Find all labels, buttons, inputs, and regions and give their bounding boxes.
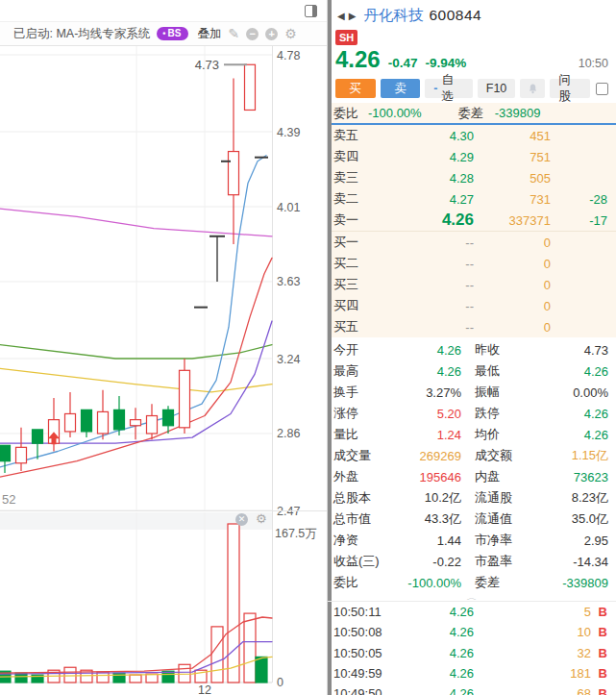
volume-bar-up [228, 524, 239, 683]
volume-zero-label: 0 [277, 676, 283, 689]
stat-label: 换手 [333, 384, 395, 401]
level-price: 4.26 [378, 211, 474, 230]
level-volume: 731 [474, 192, 551, 207]
stat-value: 1.24 [395, 428, 461, 442]
buy-button[interactable]: 买 [335, 79, 376, 98]
candle-up [65, 413, 76, 431]
level-price: 4.27 [378, 192, 474, 207]
close-icon[interactable]: ✕ [235, 513, 248, 526]
next-stock-icon[interactable]: ▶ [347, 11, 358, 21]
stat-label: 成交额 [475, 447, 534, 464]
stat-value: 35.0亿 [534, 510, 608, 528]
tick-volume: 32 [474, 646, 591, 660]
level-volume: 337371 [474, 213, 551, 228]
stat-label: 内盘 [475, 468, 534, 485]
stat-label: 量比 [333, 426, 395, 443]
volume-chart[interactable]: 167.5万012 [0, 510, 328, 695]
watchlist-button[interactable]: -自选 [425, 79, 472, 98]
stat-value: 1.15亿 [534, 447, 608, 464]
buy-level-row[interactable]: 买三--0 [328, 274, 616, 295]
level-price: 4.28 [378, 171, 474, 186]
stat-value: 1.44 [395, 534, 461, 548]
candle-down [33, 430, 43, 443]
level-volume: 0 [474, 236, 551, 250]
level-label: 买四 [333, 297, 378, 314]
tick-row: 10:49:504.2668B [328, 683, 616, 695]
candle-up [16, 447, 27, 462]
volume-pane-controls: ✕ ⚙ [0, 510, 328, 530]
tick-direction: B [591, 605, 616, 619]
sell-level-row[interactable]: 卖四4.29751 [328, 146, 616, 167]
gear-icon[interactable]: ⚙ [284, 27, 297, 40]
quote-panel: ◀ ▶ 丹化科技 600844 SH 4.26 -0.47 -9.94% 10:… [328, 0, 616, 695]
sell-level-row[interactable]: 卖一4.26337371-17 [328, 210, 616, 231]
stock-app-window: 已启动: MA-均线专家系统 •BS 叠加 ✎ − + ⚙ 4.784.394.… [0, 0, 616, 695]
collapse-chevron-icon[interactable]: ︿ [467, 595, 478, 600]
stock-name[interactable]: 丹化科技 [363, 6, 423, 26]
stat-row: 总市值43.3亿流通值35.0亿 [328, 509, 616, 530]
stat-label: 收益(三) [333, 553, 395, 570]
stat-value: 195646 [395, 470, 461, 484]
stat-value: 4.26 [395, 343, 461, 358]
buy-level-row[interactable]: 买五--0 [328, 316, 616, 337]
buy-level-row[interactable]: 买一--0 [328, 232, 616, 253]
overlay-button[interactable]: 叠加 [197, 26, 221, 42]
stat-value: 43.3亿 [395, 510, 461, 528]
stat-label: 净资 [333, 532, 395, 549]
tick-volume: 181 [474, 666, 591, 681]
stat-label: 市盈率 [475, 553, 534, 570]
price-axis-label: 4.01 [277, 201, 300, 214]
level-volume: 0 [474, 299, 551, 313]
tick-row: 10:50:114.265B [328, 602, 616, 622]
indicator-toolbar: 已启动: MA-均线专家系统 •BS 叠加 ✎ − + ⚙ [0, 22, 327, 46]
sell-level-row[interactable]: 卖五4.30451 [328, 125, 616, 146]
stat-row: 净资1.44市净率2.95 [328, 530, 616, 551]
stat-value: 5.20 [395, 407, 461, 421]
tick-row: 10:50:054.2632B [328, 643, 616, 663]
stat-label: 总市值 [333, 510, 395, 528]
prev-close-label: 4.73 [195, 58, 219, 72]
price-axis-label: 3.24 [277, 353, 300, 366]
stat-row: 换手3.27%振幅0.00% [328, 382, 616, 403]
alert-bell-button[interactable] [520, 79, 545, 98]
zoom-out-icon[interactable]: − [246, 28, 259, 40]
tick-time: 10:49:50 [333, 686, 401, 695]
level-label: 买二 [333, 255, 378, 272]
buy-level-row[interactable]: 买四--0 [328, 295, 616, 316]
sell-button[interactable]: 卖 [381, 79, 421, 98]
f10-button[interactable]: F10 [478, 79, 516, 98]
edit-icon[interactable]: ✎ [228, 27, 239, 40]
volume-chart-svg[interactable]: 167.5万012 [0, 510, 328, 695]
stat-label: 外盘 [333, 468, 395, 485]
stat-value: 8.23亿 [534, 489, 608, 507]
main-chart-svg[interactable]: 4.784.394.013.633.242.862.47524.73 [0, 46, 328, 510]
level-price: -- [378, 320, 474, 335]
sell-level-row[interactable]: 卖二4.27731-28 [328, 188, 616, 210]
gear-icon[interactable]: ⚙ [256, 511, 267, 526]
panel-toggle-icon[interactable] [596, 83, 608, 95]
tick-list[interactable]: 10:50:114.265B10:50:084.2610B10:50:054.2… [328, 602, 616, 695]
price-axis-label: 3.63 [277, 275, 300, 288]
sell-level-row[interactable]: 卖三4.28505 [328, 167, 616, 188]
weibi-row: 委比 -100.00% 委差 -339809 [328, 103, 616, 123]
candlestick-chart[interactable]: 4.784.394.013.633.242.862.47524.73 [0, 46, 328, 510]
level-label: 卖三 [333, 169, 378, 186]
candle-up [131, 420, 141, 426]
bs-signal-badge[interactable]: •BS [157, 27, 188, 40]
volume-bar-up [64, 667, 76, 683]
stat-label: 跌停 [475, 405, 534, 422]
buy-level-row[interactable]: 买二--0 [328, 253, 616, 274]
tick-row: 10:50:084.2610B [328, 622, 616, 642]
ask-stock-button[interactable]: 问股 [550, 79, 590, 98]
panel-toggle-icon[interactable] [305, 5, 317, 17]
stat-label: 昨收 [475, 341, 534, 359]
zoom-in-icon[interactable]: + [265, 28, 278, 40]
stats-grid: 今开4.26昨收4.73最高4.26最低4.26换手3.27%振幅0.00%涨停… [328, 339, 616, 593]
prev-stock-icon[interactable]: ◀ [335, 11, 347, 21]
stat-value: -0.22 [395, 555, 461, 569]
volume-bar-up [130, 675, 141, 683]
tick-volume: 68 [474, 686, 591, 695]
stat-label: 成交量 [333, 447, 395, 464]
x-axis-month-label: 12 [198, 683, 211, 695]
level-volume: 0 [474, 257, 551, 271]
